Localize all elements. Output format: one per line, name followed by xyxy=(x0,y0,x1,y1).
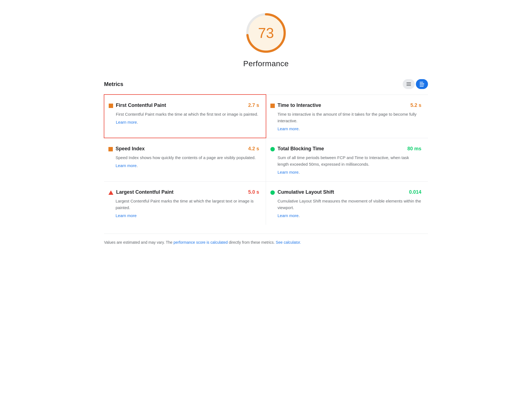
metric-lcp: Largest Contentful Paint 5.0 s Largest C… xyxy=(104,181,266,225)
metric-tbt-learn-more[interactable]: Learn more xyxy=(278,170,299,174)
metric-tti-value: 5.2 s xyxy=(410,102,421,108)
metric-si: Speed Index 4.2 s Speed Index shows how … xyxy=(104,138,266,181)
green-circle-icon-cls xyxy=(270,190,275,195)
footer-calculator-link[interactable]: See calculator. xyxy=(276,240,301,245)
metric-tti-period: . xyxy=(299,126,300,131)
score-circle: 73 xyxy=(244,11,288,55)
metric-lcp-learn-more[interactable]: Learn more xyxy=(116,213,137,218)
orange-square-icon-si xyxy=(108,147,113,151)
grid-icon xyxy=(407,82,411,86)
orange-square-icon-tti xyxy=(270,104,275,108)
metric-lcp-header: Largest Contentful Paint 5.0 s xyxy=(108,189,259,195)
metric-cls: Cumulative Layout Shift 0.014 Cumulative… xyxy=(266,181,428,225)
metric-si-description: Speed Index shows how quickly the conten… xyxy=(116,154,259,161)
metric-si-title-row: Speed Index xyxy=(108,146,145,152)
metric-fcp-period: . xyxy=(137,120,138,124)
metric-si-period: . xyxy=(137,163,138,168)
metric-cls-description: Cumulative Layout Shift measures the mov… xyxy=(278,198,421,211)
metric-fcp: First Contentful Paint 2.7 s First Conte… xyxy=(104,94,266,138)
green-circle-icon-tbt xyxy=(270,147,275,151)
metric-lcp-description: Largest Contentful Paint marks the time … xyxy=(116,198,259,211)
metric-tbt: Total Blocking Time 80 ms Sum of all tim… xyxy=(266,138,428,181)
metric-tbt-description: Sum of all time periods between FCP and … xyxy=(278,154,421,168)
metric-tti-header: Time to Interactive 5.2 s xyxy=(270,102,421,108)
orange-square-icon xyxy=(109,104,113,108)
footer-text-before: Values are estimated and may vary. The xyxy=(104,240,173,245)
metrics-title: Metrics xyxy=(104,81,123,87)
metric-si-name: Speed Index xyxy=(116,146,145,152)
metrics-header: Metrics xyxy=(104,79,428,89)
metric-fcp-header: First Contentful Paint 2.7 s xyxy=(109,102,259,108)
metric-si-learn-more[interactable]: Learn more xyxy=(116,163,137,168)
metric-cls-header: Cumulative Layout Shift 0.014 xyxy=(270,189,421,195)
footer-performance-score-link[interactable]: performance score is calculated xyxy=(173,240,228,245)
footer: Values are estimated and may vary. The p… xyxy=(104,234,428,245)
metric-tti: Time to Interactive 5.2 s Time to intera… xyxy=(266,95,428,138)
metric-cls-period: . xyxy=(299,213,300,218)
metric-tbt-title-row: Total Blocking Time xyxy=(270,146,324,152)
metric-cls-name: Cumulative Layout Shift xyxy=(278,189,334,195)
metric-fcp-learn-more[interactable]: Learn more xyxy=(116,120,137,124)
metric-cls-learn-more[interactable]: Learn more xyxy=(278,213,299,218)
list-view-button[interactable] xyxy=(416,79,428,89)
metric-tti-learn-more[interactable]: Learn more xyxy=(278,126,299,131)
list-icon xyxy=(420,82,424,87)
footer-text-middle: directly from these metrics. xyxy=(228,240,276,245)
metric-tti-description: Time to interactive is the amount of tim… xyxy=(278,111,421,124)
metric-fcp-name: First Contentful Paint xyxy=(116,102,166,108)
metrics-controls xyxy=(403,79,428,89)
metrics-grid: First Contentful Paint 2.7 s First Conte… xyxy=(104,95,428,225)
metric-fcp-value: 2.7 s xyxy=(248,102,259,108)
metric-tbt-header: Total Blocking Time 80 ms xyxy=(270,146,421,152)
metric-si-value: 4.2 s xyxy=(248,146,259,152)
red-triangle-icon-lcp xyxy=(108,190,113,195)
metric-lcp-name: Largest Contentful Paint xyxy=(116,189,173,195)
metric-tbt-value: 80 ms xyxy=(407,146,421,152)
metric-fcp-title-row: First Contentful Paint xyxy=(109,102,166,108)
metric-lcp-title-row: Largest Contentful Paint xyxy=(108,189,173,195)
metric-cls-value: 0.014 xyxy=(409,189,421,195)
metric-fcp-description: First Contentful Paint marks the time at… xyxy=(116,111,259,118)
metric-cls-title-row: Cumulative Layout Shift xyxy=(270,189,334,195)
score-label: Performance xyxy=(243,59,289,68)
metric-si-header: Speed Index 4.2 s xyxy=(108,146,259,152)
metric-tti-title-row: Time to Interactive xyxy=(270,102,321,108)
grid-view-button[interactable] xyxy=(403,79,415,89)
metric-tbt-period: . xyxy=(299,170,300,174)
metric-lcp-value: 5.0 s xyxy=(248,189,259,195)
score-section: 73 Performance xyxy=(104,11,428,68)
score-value: 73 xyxy=(258,25,274,41)
metric-tbt-name: Total Blocking Time xyxy=(278,146,324,152)
metric-tti-name: Time to Interactive xyxy=(278,102,321,108)
